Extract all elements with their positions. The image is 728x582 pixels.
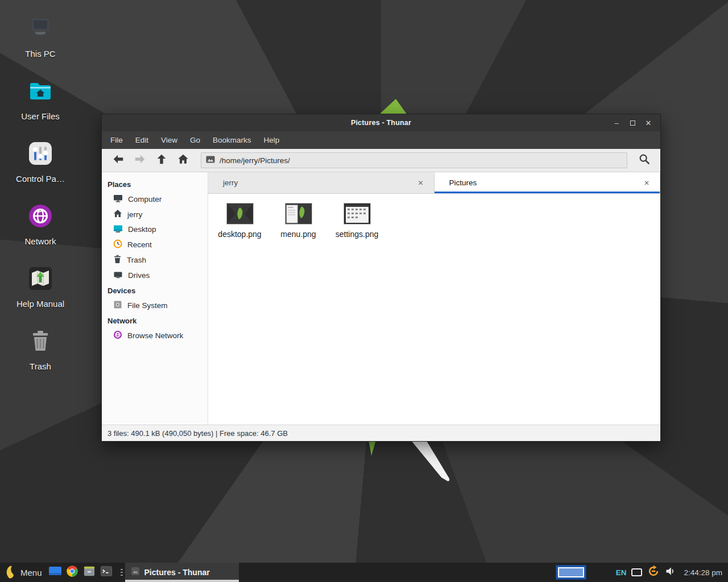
thunar-task-icon [131, 567, 140, 578]
desktop-icon-help-manual[interactable]: Help Manual [7, 263, 74, 325]
home-button[interactable] [173, 152, 193, 169]
clock: 2:44:28 pm [684, 568, 722, 577]
chrome-icon [66, 565, 78, 580]
sidebar-item-drives[interactable]: Drives [102, 268, 208, 283]
main-column: jerry ✕ Pictures ✕ desktop.png [208, 172, 660, 425]
window-body: Places Computer jerry Desktop Recent [102, 172, 660, 441]
panel-grip-handle[interactable] [121, 569, 123, 576]
sidebar-item-browse-network[interactable]: Browse Network [102, 328, 208, 343]
menu-file[interactable]: File [104, 133, 129, 147]
minimize-button[interactable]: – [610, 117, 623, 129]
show-desktop-button[interactable] [47, 564, 64, 580]
menu-bookmarks[interactable]: Bookmarks [206, 133, 258, 147]
tab-jerry[interactable]: jerry ✕ [208, 172, 435, 193]
desktop-icon-label: This PC [25, 49, 55, 59]
display-tray-icon[interactable] [631, 568, 642, 576]
taskbar-window-button[interactable]: Pictures - Thunar [125, 563, 239, 582]
sidebar-item-recent[interactable]: Recent [102, 237, 208, 252]
window-controls: – ✕ [610, 117, 660, 129]
menu-view[interactable]: View [155, 133, 184, 147]
menu-edit[interactable]: Edit [129, 133, 155, 147]
file-desktop-png[interactable]: desktop.png [210, 201, 269, 239]
network-globe-icon [113, 330, 122, 341]
files-area[interactable]: desktop.png menu.png settings.png [208, 194, 660, 425]
up-icon [155, 153, 168, 168]
path-bar[interactable]: /home/jerry/Pictures/ [201, 152, 627, 168]
status-text: 3 files: 490.1 kB (490,050 bytes) | Free… [107, 429, 288, 438]
workspace-pager[interactable] [556, 565, 586, 580]
home-folder-icon [27, 77, 54, 105]
update-icon[interactable] [647, 565, 660, 580]
desktop-icon-trash[interactable]: Trash [7, 325, 74, 388]
terminal-icon [100, 566, 113, 579]
sliders-icon [27, 140, 54, 167]
sidebar-item-label: Browse Network [127, 331, 183, 340]
back-button[interactable] [109, 152, 128, 169]
menu-help[interactable]: Help [258, 133, 286, 147]
close-button[interactable]: ✕ [642, 117, 655, 129]
sidebar-item-jerry[interactable]: jerry [102, 207, 208, 222]
content-row: Places Computer jerry Desktop Recent [102, 172, 660, 425]
image-thumbnail [285, 203, 312, 225]
tab-pictures[interactable]: Pictures ✕ [435, 172, 661, 193]
maximize-button[interactable] [626, 117, 639, 129]
path-text: /home/jerry/Pictures/ [220, 156, 290, 165]
desktop-icon-label: Help Manual [16, 299, 64, 309]
task-button-label: Pictures - Thunar [144, 568, 210, 577]
desktop-icon-column: This PC User Files Control Pa… Network H… [7, 13, 74, 388]
file-manager-launcher[interactable] [81, 564, 98, 580]
desktop-icon [113, 224, 123, 235]
tab-label: Pictures [449, 178, 477, 187]
tab-label: jerry [223, 178, 238, 187]
trash-can-icon [27, 327, 54, 355]
chrome-launcher[interactable] [64, 564, 81, 580]
sidebar: Places Computer jerry Desktop Recent [102, 172, 208, 425]
sidebar-item-desktop[interactable]: Desktop [102, 222, 208, 237]
wallpaper-leaf-top [371, 95, 412, 115]
file-name: desktop.png [218, 230, 261, 239]
search-icon [638, 153, 651, 168]
desktop-icon-network[interactable]: Network [7, 200, 74, 263]
window-titlebar[interactable]: Pictures - Thunar – ✕ [102, 114, 660, 131]
desktop-icon-user-files[interactable]: User Files [7, 75, 74, 138]
file-settings-png[interactable]: settings.png [328, 201, 386, 239]
sidebar-header-places: Places [102, 177, 208, 192]
sidebar-header-network: Network [102, 313, 208, 328]
clock-icon [113, 239, 122, 250]
sidebar-item-label: Trash [127, 256, 146, 264]
computer-icon [113, 194, 123, 205]
trash-icon [113, 255, 122, 265]
system-tray: EN 2:44:28 pm [616, 565, 725, 580]
search-button[interactable] [635, 152, 653, 169]
wallpaper-brush-streak [399, 438, 456, 485]
sidebar-item-computer[interactable]: Computer [102, 192, 208, 207]
keyboard-layout-indicator[interactable]: EN [616, 568, 627, 577]
forward-button[interactable] [130, 152, 150, 169]
thunar-window: Pictures - Thunar – ✕ File Edit View Go … [101, 114, 661, 442]
terminal-launcher[interactable] [98, 564, 115, 580]
sidebar-item-label: jerry [127, 210, 142, 219]
sidebar-item-file-system[interactable]: File System [102, 298, 208, 313]
sidebar-item-label: File System [127, 301, 168, 310]
speaker-icon[interactable] [665, 566, 676, 579]
menu-button[interactable]: Menu [19, 568, 47, 577]
file-menu-png[interactable]: menu.png [269, 201, 328, 239]
desktop-icon-this-pc[interactable]: This PC [7, 13, 74, 75]
menu-go[interactable]: Go [184, 133, 206, 147]
up-button[interactable] [152, 152, 171, 169]
desktop-icon-control-panel[interactable]: Control Pa… [7, 138, 74, 200]
distro-logo-icon[interactable] [5, 566, 17, 579]
tab-bar: jerry ✕ Pictures ✕ [208, 172, 660, 194]
path-image-icon [206, 155, 215, 165]
home-icon [177, 153, 189, 168]
sidebar-item-trash[interactable]: Trash [102, 252, 208, 268]
harddisk-icon [113, 300, 122, 311]
status-bar: 3 files: 490.1 kB (490,050 bytes) | Free… [102, 425, 660, 441]
window-title: Pictures - Thunar [102, 119, 660, 127]
tab-close-icon[interactable]: ✕ [642, 178, 652, 188]
active-workspace [558, 567, 584, 577]
tab-close-icon[interactable]: ✕ [416, 178, 426, 188]
globe-icon [27, 202, 54, 230]
file-name: menu.png [280, 230, 316, 239]
menubar: File Edit View Go Bookmarks Help [102, 131, 660, 149]
